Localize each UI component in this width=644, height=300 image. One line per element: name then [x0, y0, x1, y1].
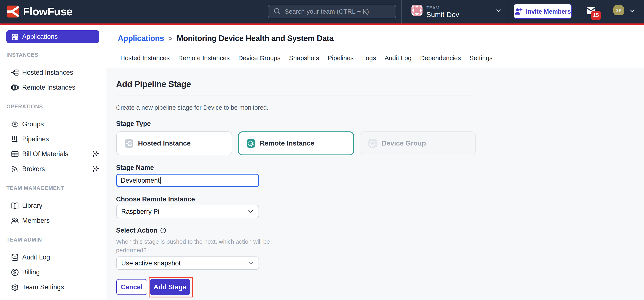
tab-device-groups[interactable]: Device Groups: [238, 54, 280, 61]
sidebar-item-members[interactable]: Members: [0, 213, 106, 228]
remote-instance-select[interactable]: Raspberry Pi: [116, 205, 259, 218]
brand-name: FlowFuse: [23, 5, 72, 17]
user-avatar[interactable]: su: [613, 5, 624, 15]
stage-type-options: Hosted Instance Remote Instance: [116, 131, 476, 155]
sidebar-item-label: Billing: [22, 268, 40, 276]
search-icon: [274, 8, 281, 15]
sidebar: Applications INSTANCES Hosted Instances …: [0, 25, 106, 300]
breadcrumb-applications-link[interactable]: Applications: [118, 34, 164, 43]
annotation-highlight-box: [148, 277, 193, 297]
remote-instance-value: Raspberry Pi: [121, 208, 159, 215]
sidebar-item-label: Audit Log: [22, 253, 50, 261]
stage-type-option-label: Remote Instance: [260, 139, 314, 147]
team-selector[interactable]: TEAM: Sumit-Dev: [412, 5, 459, 19]
action-select[interactable]: Use active snapshot: [116, 256, 259, 270]
groups-icon: [11, 120, 19, 128]
pipelines-icon: [11, 135, 19, 143]
remote-instance-icon: [246, 139, 255, 148]
header-divider: [508, 0, 508, 23]
tab-hosted-instances[interactable]: Hosted Instances: [120, 54, 170, 61]
sidebar-item-label: Bill Of Materials: [22, 150, 68, 158]
header-divider: [578, 0, 578, 23]
invite-members-button[interactable]: Invite Members: [514, 4, 572, 19]
brand[interactable]: FlowFuse: [7, 5, 72, 17]
top-navigation-bar: FlowFuse Search your team (CTRL + K): [0, 0, 644, 23]
user-menu-chevron-down-icon[interactable]: [629, 8, 636, 14]
sidebar-item-audit-log[interactable]: Audit Log: [0, 250, 106, 265]
application-tabs: Hosted Instances Remote Instances Device…: [120, 54, 492, 61]
billing-icon: [11, 268, 19, 276]
sidebar-item-label: Groups: [22, 120, 44, 128]
bill-of-materials-icon: [11, 149, 19, 158]
stage-name-label: Stage Name: [116, 164, 154, 172]
select-chevron-down-icon: [247, 260, 254, 266]
tab-settings[interactable]: Settings: [469, 54, 492, 61]
breadcrumb: Applications > Monitoring Device Health …: [118, 34, 334, 43]
select-chevron-down-icon: [247, 208, 254, 215]
sidebar-item-groups[interactable]: Groups: [0, 116, 106, 131]
team-search-input[interactable]: Search your team (CTRL + K): [268, 5, 396, 18]
stage-type-option-device-group[interactable]: Device Group: [360, 131, 476, 155]
sidebar-item-brokers[interactable]: Brokers: [0, 161, 106, 176]
sidebar-item-label: Remote Instances: [22, 83, 76, 91]
sidebar-item-label: Members: [22, 217, 50, 224]
invite-members-label: Invite Members: [526, 8, 571, 15]
stage-name-input[interactable]: Development: [116, 174, 259, 187]
sidebar-item-label: Applications: [22, 33, 58, 41]
hosted-instances-icon: [11, 68, 19, 77]
stage-type-option-remote-instance[interactable]: Remote Instance: [238, 131, 354, 155]
add-pipeline-stage-panel: Add Pipeline Stage Create a new pipeline…: [106, 68, 644, 300]
library-icon: [11, 201, 19, 210]
tab-logs[interactable]: Logs: [362, 54, 376, 61]
header-divider: [401, 0, 402, 23]
select-action-help-text: When this stage is pushed to the next, w…: [116, 238, 270, 254]
sidebar-item-applications[interactable]: Applications: [6, 30, 99, 43]
sidebar-item-pipelines[interactable]: Pipelines: [0, 131, 106, 146]
tab-pipelines[interactable]: Pipelines: [328, 54, 354, 61]
brand-red-divider: [0, 23, 644, 25]
page-title: Monitoring Device Health and System Data: [177, 34, 334, 43]
form-description: Create a new pipeline stage for Device t…: [116, 104, 268, 111]
team-texts: TEAM: Sumit-Dev: [426, 5, 459, 19]
tab-remote-instances[interactable]: Remote Instances: [178, 54, 230, 61]
sidebar-item-remote-instances[interactable]: Remote Instances: [0, 80, 106, 95]
members-icon: [11, 216, 19, 225]
sidebar-section-instances: INSTANCES: [6, 52, 106, 58]
tab-snapshots[interactable]: Snapshots: [289, 54, 319, 61]
sidebar-item-label: Team Settings: [22, 283, 64, 291]
choose-remote-instance-label: Choose Remote Instance: [116, 195, 195, 203]
select-action-label: Select Action: [116, 227, 158, 234]
sidebar-item-team-settings[interactable]: Team Settings: [0, 279, 106, 294]
cancel-button[interactable]: Cancel: [116, 279, 147, 295]
form-title: Add Pipeline Stage: [116, 79, 191, 89]
sparkles-icon: [92, 150, 99, 158]
sidebar-item-bill-of-materials[interactable]: Bill Of Materials: [0, 146, 106, 161]
breadcrumb-chevron-icon: >: [168, 34, 172, 43]
brokers-icon: [11, 165, 19, 173]
sidebar-section-team-admin: TEAM ADMIN: [6, 237, 106, 243]
sidebar-item-label: Hosted Instances: [22, 69, 73, 76]
sidebar-item-label: Library: [22, 202, 42, 209]
sidebar-item-library[interactable]: Library: [0, 198, 106, 213]
sidebar-section-operations: OPERATIONS: [6, 104, 106, 110]
remote-instances-icon: [11, 83, 19, 92]
tab-audit-log[interactable]: Audit Log: [384, 54, 412, 61]
sidebar-item-billing[interactable]: Billing: [0, 265, 106, 279]
info-icon[interactable]: [160, 227, 166, 233]
action-value: Use active snapshot: [121, 259, 180, 267]
form-title-divider: [116, 96, 475, 96]
applications-icon: [12, 33, 19, 40]
stage-type-option-hosted-instance[interactable]: Hosted Instance: [116, 131, 232, 155]
header-divider: [604, 0, 604, 23]
notification-count-badge: 15: [591, 11, 601, 20]
team-avatar: [412, 5, 422, 16]
audit-log-icon: [11, 253, 19, 261]
tab-dependencies[interactable]: Dependencies: [420, 54, 461, 61]
sidebar-section-team-management: TEAM MANAGEMENT: [6, 185, 106, 192]
team-chevron-down-icon[interactable]: [495, 8, 502, 14]
search-placeholder: Search your team (CTRL + K): [284, 8, 369, 15]
main-content: Applications > Monitoring Device Health …: [106, 25, 644, 300]
team-settings-icon: [11, 283, 19, 291]
team-label: TEAM:: [426, 5, 459, 11]
sidebar-item-hosted-instances[interactable]: Hosted Instances: [0, 65, 106, 80]
